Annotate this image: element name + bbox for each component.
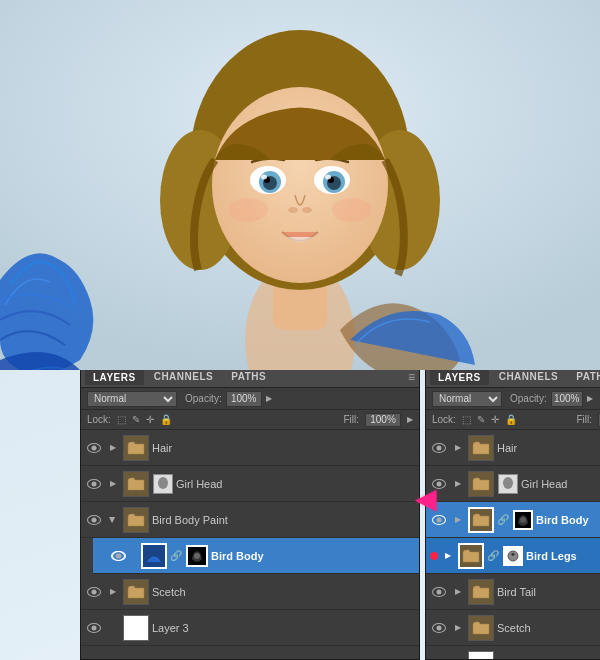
- svg-point-15: [261, 175, 267, 180]
- lock-label-right: Lock:: [432, 414, 456, 425]
- fill-arrow-left: ▶: [407, 415, 413, 424]
- expand-birdbody-right[interactable]: ▶: [451, 513, 465, 527]
- layer-name-layer3-left: Layer 3: [152, 622, 415, 634]
- link-icon-birdbody-right: 🔗: [497, 514, 509, 526]
- visibility-girlhead-left[interactable]: [85, 475, 103, 493]
- lock-move-icon-right[interactable]: ✛: [491, 414, 499, 425]
- expand-hair-right[interactable]: ▶: [451, 441, 465, 455]
- expand-girlhead-left[interactable]: ▶: [106, 477, 120, 491]
- opacity-input-left[interactable]: [226, 391, 262, 407]
- blend-mode-row-right: Normal Opacity: ▶: [426, 388, 600, 410]
- expand-scetch-left[interactable]: ▶: [106, 585, 120, 599]
- tab-paths-right[interactable]: PATHS: [568, 369, 600, 384]
- panel-options-left[interactable]: ≡: [408, 370, 415, 384]
- expand-birdlegs-right[interactable]: ▶: [441, 549, 455, 563]
- layer-row-scetch-left[interactable]: ▶ Scetch: [81, 574, 419, 610]
- lock-row-left: Lock: ⬚ ✎ ✛ 🔒 Fill: ▶: [81, 410, 419, 430]
- tab-layers-left[interactable]: LAYERS: [85, 369, 144, 385]
- layer-name-birdbody-right: Bird Body: [536, 514, 600, 526]
- layer-row-hair-right[interactable]: ▶ Hair: [426, 430, 600, 466]
- expand-layer3-left: [106, 621, 120, 635]
- svg-point-19: [228, 198, 268, 222]
- lock-all-icon[interactable]: 🔒: [160, 414, 172, 425]
- visibility-scetch-left[interactable]: [85, 583, 103, 601]
- layers-list-right: ▶ Hair ▶ Girl Head: [426, 430, 600, 659]
- link-icon-birdlegs-right: 🔗: [487, 550, 499, 562]
- lock-row-right: Lock: ⬚ ✎ ✛ 🔒 Fill: ▶: [426, 410, 600, 430]
- blend-mode-select-right[interactable]: Normal: [432, 391, 502, 407]
- thumb-hair-right: [468, 435, 494, 461]
- layer-name-birdbody-left: Bird Body: [211, 550, 415, 562]
- layer-row-birdbodypaint-left[interactable]: ▶ Bird Body Paint: [81, 502, 419, 538]
- illustration-svg: [0, 0, 600, 370]
- blend-select-left[interactable]: Normal: [87, 391, 177, 407]
- lock-move-icon[interactable]: ✛: [146, 414, 154, 425]
- tab-layers-right[interactable]: LAYERS: [430, 369, 489, 385]
- layer-row-layer3-right[interactable]: Layer 3: [426, 646, 600, 659]
- fill-input-left[interactable]: [365, 413, 401, 427]
- lock-transparent-icon-right[interactable]: ⬚: [462, 414, 471, 425]
- mask-thumb-girlhead-right: [498, 474, 518, 494]
- layer-row-layer3-left[interactable]: Layer 3: [81, 610, 419, 646]
- expand-birdtail-right[interactable]: ▶: [451, 585, 465, 599]
- layer-row-girlhead-right[interactable]: ▶ Girl Head: [426, 466, 600, 502]
- arrow-indicator: ◀: [415, 482, 437, 515]
- layer-row-birdbody-right[interactable]: ▶ 🔗 Bird Body: [426, 502, 600, 538]
- tab-channels-left[interactable]: CHANNELS: [146, 369, 222, 384]
- thumb-birdbody-right: [468, 507, 494, 533]
- opacity-label-right: Opacity:: [510, 393, 547, 404]
- layer-name-girlhead-right: Girl Head: [521, 478, 600, 490]
- thumb-layer3-left: [123, 615, 149, 641]
- svg-point-25: [520, 517, 526, 523]
- blend-mode-select-left[interactable]: Normal: [87, 391, 177, 407]
- lock-brush-icon-right[interactable]: ✎: [477, 414, 485, 425]
- layer-row-birdbody-left[interactable]: 🔗 Bird Body: [93, 538, 419, 574]
- thumb-girlhead-left: [123, 471, 149, 497]
- fill-label-right: Fill:: [576, 414, 592, 425]
- opacity-label-left: Opacity:: [185, 393, 222, 404]
- layer-name-birdtail-right: Bird Tail: [497, 586, 600, 598]
- pink-arrow-icon: ◀: [415, 482, 437, 515]
- lock-all-icon-right[interactable]: 🔒: [505, 414, 517, 425]
- blend-mode-row-left: Normal Opacity: ▶: [81, 388, 419, 410]
- mask-thumb-girlhead-left: [153, 474, 173, 494]
- lock-transparent-icon[interactable]: ⬚: [117, 414, 126, 425]
- opacity-arrow-right: ▶: [587, 394, 593, 403]
- layer-row-birdtail-right[interactable]: ▶ Bird Tail: [426, 574, 600, 610]
- layer-name-girlhead-left: Girl Head: [176, 478, 415, 490]
- thumb-layer3-right: [468, 651, 494, 660]
- visibility-birdbodypaint-left[interactable]: [85, 511, 103, 529]
- fill-label-left: Fill:: [343, 414, 359, 425]
- mask-thumb-birdbody-right: [513, 510, 533, 530]
- expand-scetch-right[interactable]: ▶: [451, 621, 465, 635]
- visibility-layer3-left[interactable]: [85, 619, 103, 637]
- layer-row-birdlegs-right[interactable]: ▶ 🔗 Bird Legs: [426, 538, 600, 574]
- thumb-birdbody-left: [141, 543, 167, 569]
- thumb-hair-left: [123, 435, 149, 461]
- expand-layer3-right: [451, 657, 465, 660]
- tab-channels-right[interactable]: CHANNELS: [491, 369, 567, 384]
- visibility-hair-left[interactable]: [85, 439, 103, 457]
- mask-thumb-birdlegs-right: [503, 546, 523, 566]
- visibility-birdbody-left[interactable]: [109, 547, 127, 565]
- visibility-birdtail-right[interactable]: [430, 583, 448, 601]
- visibility-layer3-right[interactable]: [430, 655, 448, 660]
- thumb-birdlegs-right: [458, 543, 484, 569]
- visibility-scetch-right[interactable]: [430, 619, 448, 637]
- layer-name-scetch-left: Scetch: [152, 586, 415, 598]
- svg-point-23: [194, 553, 200, 559]
- layer-row-scetch-right[interactable]: ▶ Scetch: [426, 610, 600, 646]
- layer-row-hair-left[interactable]: ▶ Hair: [81, 430, 419, 466]
- layer-row-girlhead-left[interactable]: ▶ Girl Head: [81, 466, 419, 502]
- svg-point-17: [288, 207, 298, 213]
- lock-brush-icon[interactable]: ✎: [132, 414, 140, 425]
- visibility-hair-right[interactable]: [430, 439, 448, 457]
- tab-paths-left[interactable]: PATHS: [223, 369, 274, 384]
- blend-select-right[interactable]: Normal: [432, 391, 502, 407]
- opacity-input-right[interactable]: [551, 391, 583, 407]
- expand-girlhead-right[interactable]: ▶: [451, 477, 465, 491]
- expand-hair-left[interactable]: ▶: [106, 441, 120, 455]
- expand-birdbodypaint-left[interactable]: ▶: [106, 513, 120, 527]
- svg-point-21: [158, 477, 168, 489]
- link-icon-birdbody-left: 🔗: [170, 550, 182, 562]
